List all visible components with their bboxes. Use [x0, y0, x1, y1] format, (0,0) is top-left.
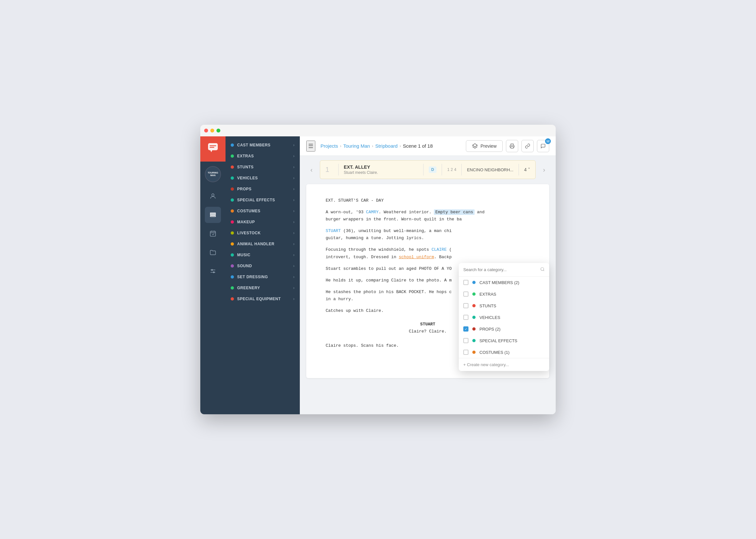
popup-item-vehicles[interactable]: VEHICLES [459, 312, 549, 323]
chevron-right-icon: › [293, 209, 295, 213]
link-icon [525, 143, 530, 149]
sidebar-item-vehicles[interactable]: VEHICLES › [226, 173, 300, 184]
chevron-right-icon: › [293, 176, 295, 180]
category-dot [231, 220, 234, 224]
scene-description: Stuart meets Claire. [344, 170, 418, 175]
sidebar-item-livestock[interactable]: LIVESTOCK › [226, 227, 300, 239]
popup-checkbox-costumes[interactable] [463, 349, 469, 355]
sidebar-item-set-dressing[interactable]: SET DRESSING › [226, 271, 300, 282]
claire-link[interactable]: CLAIRE [432, 247, 447, 252]
popup-checkbox-stunts[interactable] [463, 303, 469, 308]
sidebar-item-music[interactable]: MUSIC › [226, 250, 300, 261]
sidebar-item-makeup[interactable]: MAKEUP › [226, 216, 300, 227]
popup-list: CAST MEMBERS (2) EXTRAS STUNTS VEHICLES … [459, 276, 549, 358]
popup-search-input[interactable] [463, 267, 538, 272]
link-button[interactable] [521, 140, 534, 152]
popup-checkbox-props[interactable] [463, 326, 469, 332]
category-label: MUSIC [237, 253, 250, 257]
category-label: SPECIAL EQUIPMENT [237, 297, 281, 301]
nav-stripboard-icon[interactable] [205, 207, 221, 223]
category-dot [231, 177, 234, 180]
nav-settings-icon[interactable] [205, 263, 221, 279]
svg-rect-0 [208, 143, 218, 150]
project-badge[interactable]: TOURINGMAN [205, 166, 221, 182]
svg-marker-3 [210, 150, 212, 152]
breadcrumb-touring-man[interactable]: Touring Man [343, 143, 370, 149]
nav-schedule-icon[interactable] [205, 226, 221, 242]
popup-dot [472, 292, 476, 296]
sidebar-item-animal-handler[interactable]: ANIMAL HANDLER › [226, 239, 300, 250]
scene-divider [338, 164, 339, 176]
category-label: CAST MEMBERS [237, 143, 270, 147]
nav-people-icon[interactable] [205, 188, 221, 204]
camry-link[interactable]: CAMRY [366, 210, 379, 214]
next-scene-button[interactable]: › [539, 165, 549, 175]
category-sidebar: CAST MEMBERS › EXTRAS › STUNTS › VEHICLE… [226, 136, 300, 414]
breadcrumb-projects[interactable]: Projects [321, 143, 338, 149]
preview-button[interactable]: Preview [466, 140, 503, 152]
script-action-2: STUART (36), unwitting but well-meaning,… [326, 227, 530, 242]
category-popup: CAST MEMBERS (2) EXTRAS STUNTS VEHICLES … [459, 263, 549, 371]
script-action-1: A worn-out, '93 CAMRY. Weathered interio… [326, 209, 530, 223]
scene-divider-3 [442, 164, 442, 176]
popup-dot [472, 339, 476, 342]
popup-item-costumes[interactable]: COSTUMES (1) [459, 346, 549, 358]
sidebar-item-special-effects[interactable]: SPECIAL EFFECTS › [226, 194, 300, 205]
prev-scene-button[interactable]: ‹ [306, 165, 317, 175]
popup-item-label: EXTRAS [480, 292, 496, 297]
popup-item-special-effects[interactable]: SPECIAL EFFECTS [459, 335, 549, 346]
category-dot [231, 231, 234, 235]
sidebar-item-stunts[interactable]: STUNTS › [226, 162, 300, 173]
scene-day-tag: D [429, 166, 437, 173]
popup-item-extras[interactable]: EXTRAS [459, 288, 549, 300]
sidebar-item-greenery[interactable]: GREENERY › [226, 282, 300, 293]
stuart-link[interactable]: STUART [326, 228, 341, 233]
popup-checkbox-special-effects[interactable] [463, 338, 469, 343]
nav-folder-icon[interactable] [205, 244, 221, 261]
popup-checkbox-cast-members[interactable] [463, 280, 469, 285]
icon-sidebar: TOURINGMAN [200, 136, 226, 414]
create-category-button[interactable]: + Create new category... [459, 358, 549, 371]
breadcrumb-stripboard[interactable]: Stripboard [375, 143, 397, 149]
category-dot [231, 143, 234, 147]
app-window: TOURINGMAN [200, 125, 556, 414]
scene-strip-wrapper: ‹ 1 EXT. ALLEY Stuart meets Claire. D 1 … [300, 156, 556, 179]
svg-point-18 [541, 268, 544, 270]
sidebar-item-cast-members[interactable]: CAST MEMBERS › [226, 140, 300, 151]
minimize-dot[interactable] [210, 129, 214, 132]
popup-item-cast-members[interactable]: CAST MEMBERS (2) [459, 276, 549, 288]
print-button[interactable] [506, 140, 518, 152]
script-area[interactable]: EXT. STUART'S CAR - DAY A worn-out, '93 … [300, 179, 556, 414]
scene-strip: 1 EXT. ALLEY Stuart meets Claire. D 1 2 … [320, 160, 536, 179]
svg-line-19 [543, 270, 544, 271]
chevron-right-icon: › [293, 154, 295, 158]
sidebar-item-props[interactable]: PROPS › [226, 184, 300, 194]
popup-item-props[interactable]: PROPS (2) [459, 323, 549, 335]
chevron-right-icon: › [293, 231, 295, 235]
popup-item-stunts[interactable]: STUNTS [459, 300, 549, 312]
breadcrumb: Projects › Touring Man › Stripboard › Sc… [321, 143, 433, 149]
popup-item-label: CAST MEMBERS (2) [480, 280, 519, 285]
chevron-right-icon: › [293, 198, 295, 202]
category-label: ANIMAL HANDLER [237, 242, 274, 246]
scene-pages: 1 2 4 [447, 167, 456, 172]
popup-item-label: STUNTS [480, 303, 496, 308]
popup-checkbox-extras[interactable] [463, 291, 469, 297]
scene-location: ENCINO NEIGHBORH... [467, 167, 513, 172]
category-dot [231, 198, 234, 202]
category-label: SPECIAL EFFECTS [237, 198, 275, 202]
sidebar-item-sound[interactable]: SOUND › [226, 261, 300, 271]
svg-rect-5 [210, 213, 216, 214]
category-label: GREENERY [237, 286, 260, 290]
hamburger-button[interactable]: ☰ [306, 141, 315, 152]
maximize-dot[interactable] [216, 129, 220, 132]
scene-duration[interactable]: 4 ˅ [524, 167, 530, 172]
notification-badge: 12 [545, 138, 551, 144]
comments-button[interactable]: 12 [537, 140, 549, 152]
sidebar-item-costumes[interactable]: COSTUMES › [226, 205, 300, 216]
svg-marker-16 [473, 143, 478, 147]
sidebar-item-extras[interactable]: EXTRAS › [226, 151, 300, 162]
close-dot[interactable] [204, 129, 208, 132]
sidebar-item-special-equipment[interactable]: SPECIAL EQUIPMENT › [226, 293, 300, 304]
popup-checkbox-vehicles[interactable] [463, 315, 469, 320]
